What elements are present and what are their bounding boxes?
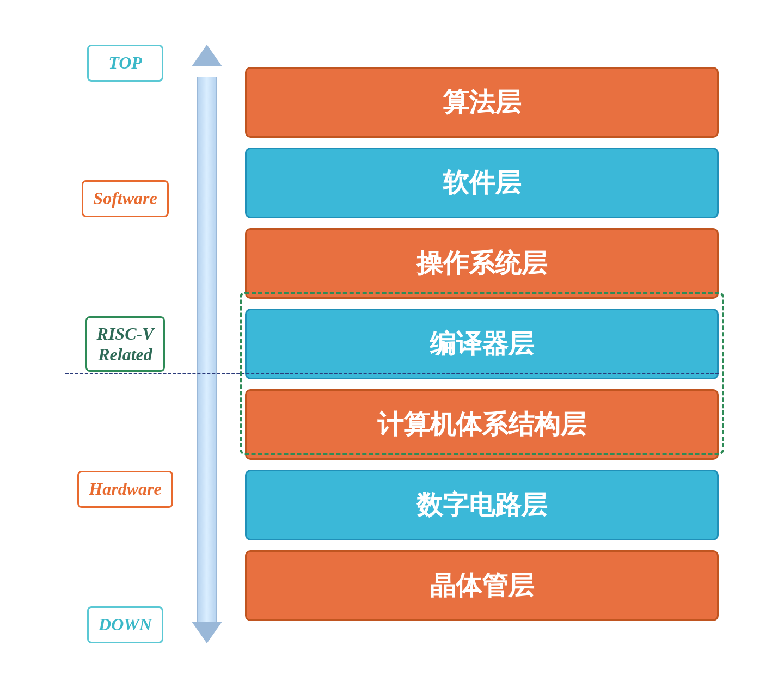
main-container: TOP Software RISC-V Related Hardware DOW…: [65, 23, 719, 665]
layers-column: 算法层 软件层 操作系统层 编译器层 计算机体系结构层 数字电路层 晶体管层: [229, 67, 719, 621]
layer-suanfa: 算法层: [245, 67, 719, 138]
hardware-text: Hardware: [89, 479, 161, 499]
risc-v-line1: RISC-V: [97, 324, 154, 343]
layer-jisuanji: 计算机体系结构层: [245, 389, 719, 460]
layer-bianyiqi-text: 编译器层: [430, 327, 534, 361]
down-text: DOWN: [99, 615, 152, 634]
layer-caozuo-text: 操作系统层: [416, 246, 547, 281]
label-hardware: Hardware: [77, 471, 173, 508]
risc-v-line2: Related: [98, 345, 152, 364]
layer-shuzi-text: 数字电路层: [416, 488, 547, 523]
layer-jingti-text: 晶体管层: [430, 568, 534, 603]
layer-jisuanji-text: 计算机体系结构层: [377, 407, 586, 442]
arrow-shaft: [197, 77, 217, 622]
top-text: TOP: [108, 53, 142, 72]
layer-bianyiqi: 编译器层: [245, 309, 719, 379]
layer-ruanjian: 软件层: [245, 148, 719, 218]
layer-ruanjian-text: 软件层: [443, 165, 521, 200]
layer-shuzi: 数字电路层: [245, 470, 719, 540]
label-software: Software: [82, 180, 168, 217]
label-top: TOP: [87, 45, 163, 82]
arrow-head-bottom: [192, 622, 222, 643]
arrow-column: [185, 45, 229, 643]
label-down: DOWN: [87, 606, 163, 643]
left-labels: TOP Software RISC-V Related Hardware DOW…: [65, 45, 185, 643]
label-risc-v: RISC-V Related: [85, 316, 166, 372]
layer-caozuo: 操作系统层: [245, 228, 719, 299]
arrow-head-top: [192, 45, 222, 66]
software-text: Software: [93, 188, 157, 208]
layer-jingti: 晶体管层: [245, 550, 719, 621]
layer-suanfa-text: 算法层: [443, 85, 521, 120]
